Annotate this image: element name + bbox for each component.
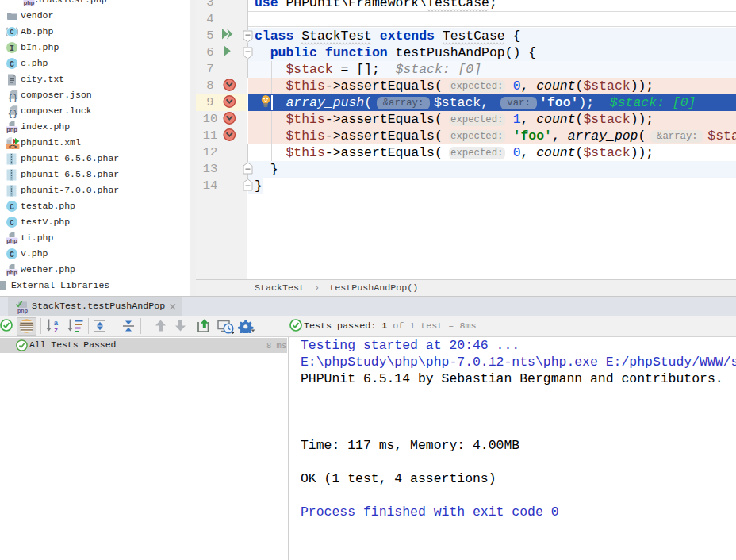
svg-text:C: C (10, 29, 14, 36)
svg-text:C: C (10, 203, 14, 212)
svg-text:php: php (17, 308, 28, 314)
svg-text:php: php (24, 0, 35, 6)
svg-text:I: I (10, 44, 14, 53)
svg-text:C: C (10, 60, 14, 69)
svg-text:{: { (9, 93, 13, 102)
svg-text:z: z (54, 325, 58, 333)
svg-text:C: C (10, 251, 14, 259)
svg-text:php: php (6, 126, 17, 133)
svg-text:{: { (9, 109, 13, 118)
svg-text:}: } (13, 93, 17, 102)
svg-text:<>: <> (9, 143, 17, 149)
svg-text:php: php (6, 237, 17, 244)
svg-text:php: php (6, 269, 17, 276)
svg-text:C: C (10, 219, 14, 228)
svg-text:}: } (13, 109, 17, 118)
